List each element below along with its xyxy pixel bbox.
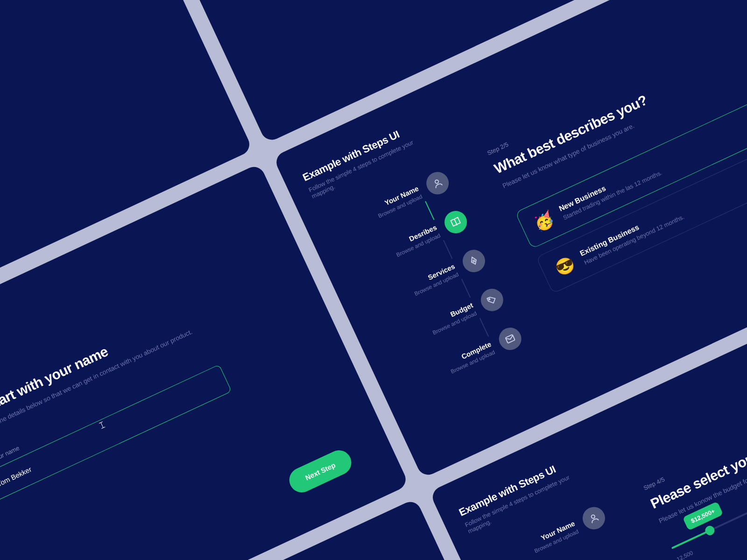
pen-icon xyxy=(459,246,489,276)
svg-point-8 xyxy=(488,299,490,301)
party-emoji-icon: 🥳 xyxy=(531,209,557,234)
svg-point-6 xyxy=(435,179,439,184)
slider-mark: 12,500 xyxy=(676,550,694,560)
svg-point-10 xyxy=(591,514,595,519)
user-icon xyxy=(579,503,609,533)
tag-icon xyxy=(477,285,507,315)
book-icon xyxy=(441,207,471,237)
slider-knob[interactable] xyxy=(704,525,716,537)
mail-icon xyxy=(495,324,525,354)
sunglasses-emoji-icon: 😎 xyxy=(552,253,578,279)
next-step-button[interactable]: Next Step xyxy=(285,446,355,497)
user-icon xyxy=(423,168,452,198)
svg-point-7 xyxy=(473,260,475,262)
